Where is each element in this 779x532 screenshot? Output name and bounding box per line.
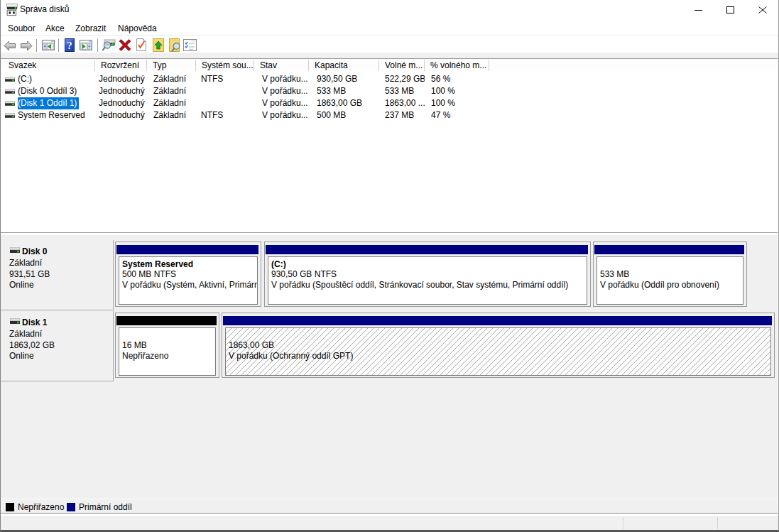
svg-text:?: ? <box>67 40 72 51</box>
